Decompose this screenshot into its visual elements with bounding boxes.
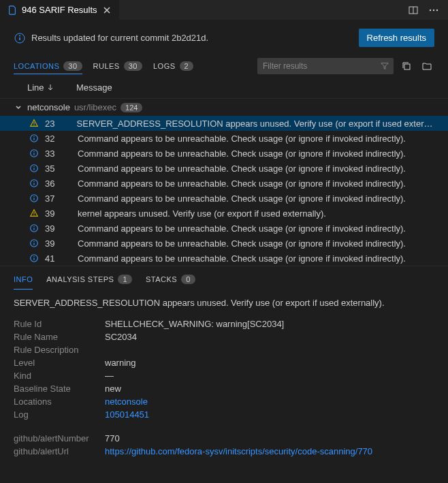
chevron-down-icon <box>14 103 23 112</box>
tab-logs[interactable]: LOGS 2 <box>153 59 193 74</box>
warning-icon <box>29 208 39 219</box>
split-editor-icon[interactable] <box>406 3 421 18</box>
result-row[interactable]: 32Command appears to be unreachable. Che… <box>0 131 448 146</box>
svg-point-33 <box>33 241 34 242</box>
folder-icon[interactable] <box>419 59 434 74</box>
detail-value: SHELLCHECK_WARNING: warning[SC2034] <box>105 319 284 329</box>
copy-icon[interactable] <box>399 59 414 74</box>
close-icon[interactable] <box>101 5 112 16</box>
result-message: kernel appears unused. Verify use (or ex… <box>78 208 326 219</box>
detail-row: Log105014451 <box>14 409 434 420</box>
status-message: Results updated for current commit 2b2d2… <box>31 33 208 43</box>
table-header: Line Message <box>0 77 448 99</box>
line-number: 32 <box>45 134 72 144</box>
line-number: 33 <box>45 149 72 159</box>
detail-row: Levelwarning <box>14 358 434 368</box>
result-message: Command appears to be unreachable. Check… <box>78 223 406 234</box>
detail-row: Locationsnetconsole <box>14 396 434 407</box>
result-message: Command appears to be unreachable. Check… <box>78 253 406 264</box>
result-message: Command appears to be unreachable. Check… <box>78 178 406 189</box>
info-icon <box>29 163 39 174</box>
result-message: Command appears to be unreachable. Check… <box>78 134 406 144</box>
result-message: SERVER_ADDRESS_RESOLUTION appears unused… <box>77 119 434 129</box>
filter-icon[interactable] <box>380 61 389 71</box>
result-row[interactable]: 41Command appears to be unreachable. Che… <box>0 251 448 266</box>
svg-point-4 <box>436 9 438 10</box>
info-icon <box>29 133 39 144</box>
filter-input[interactable] <box>257 58 394 74</box>
detail-label: Kind <box>14 371 105 381</box>
result-row[interactable]: 36Command appears to be unreachable. Che… <box>0 176 448 191</box>
result-message: Command appears to be unreachable. Check… <box>78 163 406 174</box>
detail-value[interactable]: https://github.com/fedora-sysv/initscrip… <box>105 446 372 456</box>
file-icon <box>7 5 18 16</box>
result-message: Command appears to be unreachable. Check… <box>78 193 406 204</box>
detail-label: github/alertNumber <box>14 433 105 443</box>
result-row[interactable]: 23SERVER_ADDRESS_RESOLUTION appears unus… <box>0 116 448 131</box>
svg-point-19 <box>33 166 34 167</box>
result-row[interactable]: 37Command appears to be unreachable. Che… <box>0 191 448 206</box>
detail-label: Baseline State <box>14 384 105 394</box>
detail-content: SERVER_ADDRESS_RESOLUTION appears unused… <box>0 290 448 467</box>
editor-tab[interactable]: 946 SARIF Results <box>0 0 120 20</box>
tab-actions <box>406 3 448 18</box>
status-bar: Results updated for current commit 2b2d2… <box>0 20 448 55</box>
tab-locations[interactable]: LOCATIONS 30 <box>14 59 82 74</box>
detail-row: Rule Description <box>14 345 434 355</box>
svg-point-10 <box>33 125 34 125</box>
line-number: 39 <box>45 208 72 219</box>
more-icon[interactable] <box>426 3 441 18</box>
line-number: 41 <box>45 253 72 264</box>
group-title: netconsole <box>27 102 70 112</box>
results-table: Line Message netconsole usr/libexec 124 … <box>0 77 448 266</box>
result-row[interactable]: 35Command appears to be unreachable. Che… <box>0 161 448 176</box>
refresh-button[interactable]: Refresh results <box>359 29 434 47</box>
detail-value: — <box>105 371 114 381</box>
line-number: 23 <box>45 119 71 129</box>
detail-value: new <box>105 384 121 394</box>
info-icon <box>29 193 39 204</box>
col-message-header[interactable]: Message <box>76 82 434 93</box>
detail-value: warning <box>105 358 136 368</box>
line-number: 36 <box>45 178 72 189</box>
detail-tabs: INFO ANALYSIS STEPS 1 STACKS 0 <box>0 266 448 290</box>
group-row[interactable]: netconsole usr/libexec 124 <box>0 99 448 116</box>
detail-tab-info[interactable]: INFO <box>14 272 33 290</box>
detail-message: SERVER_ADDRESS_RESOLUTION appears unused… <box>14 298 434 308</box>
detail-label: Rule Id <box>14 319 105 329</box>
line-number: 35 <box>45 163 72 174</box>
tab-bar: 946 SARIF Results <box>0 0 448 20</box>
col-line-header[interactable]: Line <box>27 82 76 93</box>
svg-point-36 <box>33 256 34 257</box>
tab-rules[interactable]: RULES 30 <box>93 59 142 74</box>
result-row[interactable]: 39Command appears to be unreachable. Che… <box>0 236 448 251</box>
svg-point-27 <box>33 215 34 215</box>
info-icon <box>29 148 39 159</box>
line-number: 39 <box>45 223 72 234</box>
detail-tab-analysis[interactable]: ANALYSIS STEPS 1 <box>46 272 132 290</box>
detail-label: Log <box>14 409 105 420</box>
detail-label: Rule Name <box>14 332 105 342</box>
detail-tab-stacks[interactable]: STACKS 0 <box>146 272 195 290</box>
detail-value[interactable]: netconsole <box>105 396 148 407</box>
svg-rect-8 <box>404 64 410 69</box>
result-row[interactable]: 39Command appears to be unreachable. Che… <box>0 221 448 236</box>
warning-icon <box>29 118 39 129</box>
result-row[interactable]: 33Command appears to be unreachable. Che… <box>0 146 448 161</box>
result-row[interactable]: 39kernel appears unused. Verify use (or … <box>0 206 448 221</box>
result-message: Command appears to be unreachable. Check… <box>78 149 406 159</box>
group-path: usr/libexec <box>74 102 116 112</box>
tab-label: 946 SARIF Results <box>22 5 97 15</box>
detail-label: Rule Description <box>14 345 105 355</box>
detail-label: Locations <box>14 396 105 407</box>
detail-row: github/alertNumber770 <box>14 433 434 443</box>
group-count: 124 <box>121 103 142 112</box>
detail-value[interactable]: 105014451 <box>105 409 149 420</box>
info-icon <box>29 253 39 264</box>
detail-row: Kind— <box>14 371 434 381</box>
info-icon <box>29 238 39 249</box>
toolbar: LOCATIONS 30 RULES 30 LOGS 2 <box>0 55 448 77</box>
sort-arrow-icon <box>47 82 54 93</box>
detail-label: github/alertUrl <box>14 446 105 456</box>
svg-point-13 <box>33 136 34 137</box>
